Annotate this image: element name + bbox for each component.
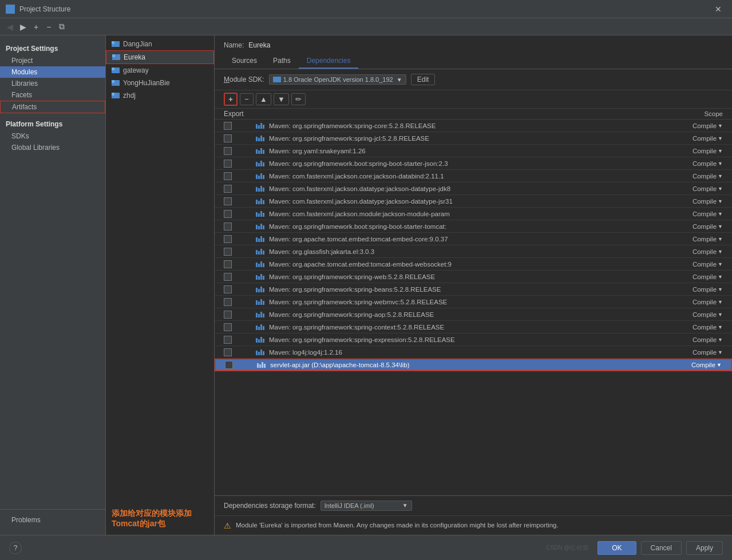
dep-checkbox[interactable] (224, 336, 232, 344)
module-item-gateway[interactable]: gateway (106, 64, 214, 77)
dep-checkbox[interactable] (224, 147, 232, 155)
dep-checkbox[interactable] (224, 285, 232, 293)
dep-row[interactable]: Maven: org.springframework:spring-core:5… (215, 120, 732, 132)
dep-add-button[interactable]: + (224, 93, 238, 106)
scope-dropdown-arrow[interactable]: ▼ (718, 211, 723, 217)
scope-dropdown-arrow[interactable]: ▼ (718, 299, 723, 305)
dep-row[interactable]: Maven: org.springframework:spring-aop:5.… (215, 308, 732, 321)
scope-dropdown-arrow[interactable]: ▼ (717, 362, 722, 368)
scope-dropdown-arrow[interactable]: ▼ (718, 236, 723, 242)
dep-checkbox[interactable] (224, 323, 232, 331)
module-item-dangjian[interactable]: DangJian (106, 38, 214, 50)
module-item-zhdj[interactable]: zhdj (106, 89, 214, 102)
dep-checkbox[interactable] (224, 311, 232, 319)
copy-item-button[interactable]: ⧉ (56, 21, 68, 33)
sidebar-item-global-libraries[interactable]: Global Libraries (0, 142, 105, 153)
dep-row[interactable]: Maven: org.glassfish:jakarta.el:3.0.3Com… (215, 245, 732, 258)
dep-row[interactable]: Maven: org.springframework:spring-web:5.… (215, 271, 732, 283)
sidebar-item-problems[interactable]: Problems (6, 514, 100, 526)
tab-paths[interactable]: Paths (265, 54, 299, 69)
dep-checkbox[interactable] (224, 260, 232, 268)
dep-row[interactable]: Maven: org.yaml:snakeyaml:1.26Compile▼ (215, 145, 732, 157)
dep-checkbox[interactable] (224, 134, 232, 142)
dep-down-button[interactable]: ▼ (274, 93, 289, 105)
dep-checkbox[interactable] (224, 160, 232, 168)
dep-row[interactable]: Maven: org.apache.tomcat.embed:tomcat-em… (215, 258, 732, 271)
dep-row[interactable]: Maven: org.springframework.boot:spring-b… (215, 220, 732, 233)
dep-lib-icon (256, 148, 264, 154)
scope-dropdown-arrow[interactable]: ▼ (718, 224, 723, 229)
cancel-button[interactable]: Cancel (641, 541, 682, 555)
dep-checkbox[interactable] (224, 235, 232, 243)
ok-button[interactable]: OK (598, 541, 636, 555)
dep-row[interactable]: Maven: org.springframework.boot:spring-b… (215, 157, 732, 170)
scope-dropdown-arrow[interactable]: ▼ (718, 136, 723, 141)
scope-dropdown-arrow[interactable]: ▼ (718, 198, 723, 204)
dep-checkbox[interactable] (224, 185, 232, 193)
remove-item-button[interactable]: − (43, 21, 54, 33)
sidebar-item-modules[interactable]: Modules (0, 66, 105, 78)
dep-checkbox[interactable] (224, 210, 232, 218)
forward-button[interactable]: ▶ (18, 22, 29, 31)
storage-dropdown-arrow: ▼ (402, 502, 408, 509)
dep-up-button[interactable]: ▲ (256, 93, 271, 105)
sdk-select[interactable]: 1.8 Oracle OpenJDK version 1.8.0_192 ▼ (269, 74, 406, 85)
dep-row[interactable]: Maven: org.springframework:spring-jcl:5.… (215, 132, 732, 145)
scope-dropdown-arrow[interactable]: ▼ (718, 287, 723, 292)
dep-checkbox[interactable] (225, 361, 233, 369)
dep-row[interactable]: Maven: log4j:log4j:1.2.16Compile▼ (215, 346, 732, 359)
dep-row[interactable]: Maven: org.springframework:spring-contex… (215, 321, 732, 333)
tab-dependencies-label: Dependencies (307, 57, 351, 65)
dep-row[interactable]: Maven: org.apache.tomcat.embed:tomcat-em… (215, 233, 732, 245)
dep-row[interactable]: Maven: org.springframework:spring-beans:… (215, 283, 732, 296)
dep-row[interactable]: Maven: com.fasterxml.jackson.datatype:ja… (215, 195, 732, 208)
dep-checkbox[interactable] (224, 248, 232, 256)
dep-checkbox[interactable] (224, 122, 232, 130)
dep-checkbox[interactable] (224, 273, 232, 281)
scope-dropdown-arrow[interactable]: ▼ (718, 274, 723, 280)
storage-select[interactable]: IntelliJ IDEA (.iml) ▼ (321, 501, 412, 511)
tab-sources[interactable]: Sources (224, 54, 265, 69)
sidebar-item-sdks[interactable]: SDKs (0, 130, 105, 142)
module-item-yonghujianbie[interactable]: YongHuJianBie (106, 77, 214, 89)
scope-dropdown-arrow[interactable]: ▼ (718, 349, 723, 355)
scope-dropdown-arrow[interactable]: ▼ (718, 161, 723, 166)
apply-button[interactable]: Apply (686, 541, 723, 555)
sidebar-item-project[interactable]: Project (0, 55, 105, 66)
sidebar-item-facets[interactable]: Facets (0, 89, 105, 101)
back-button[interactable]: ◀ (5, 22, 15, 31)
module-item-eureka[interactable]: Eureka (106, 50, 214, 64)
dep-row[interactable]: Maven: com.fasterxml.jackson.datatype:ja… (215, 182, 732, 195)
storage-label: Dependencies storage format: (224, 502, 316, 510)
scope-dropdown-arrow[interactable]: ▼ (718, 261, 723, 267)
scope-dropdown-arrow[interactable]: ▼ (718, 324, 723, 330)
scope-dropdown-arrow[interactable]: ▼ (718, 186, 723, 192)
close-button[interactable]: ✕ (710, 3, 726, 15)
dep-edit-button[interactable]: ✏ (291, 93, 306, 105)
dep-checkbox[interactable] (224, 348, 232, 356)
dep-row[interactable]: Maven: org.springframework:spring-expres… (215, 333, 732, 346)
dep-checkbox[interactable] (224, 172, 232, 180)
scope-dropdown-arrow[interactable]: ▼ (718, 148, 723, 154)
dep-checkbox[interactable] (224, 197, 232, 205)
sdk-edit-button[interactable]: Edit (411, 74, 436, 85)
dep-row[interactable]: Maven: org.springframework:spring-webmvc… (215, 296, 732, 308)
scope-dropdown-arrow[interactable]: ▼ (718, 312, 723, 317)
scope-dropdown-arrow[interactable]: ▼ (718, 337, 723, 343)
dep-checkbox[interactable] (224, 223, 232, 231)
dep-export-cell (224, 260, 256, 268)
scope-dropdown-arrow[interactable]: ▼ (718, 123, 723, 129)
help-button[interactable]: ? (9, 542, 22, 554)
tab-dependencies[interactable]: Dependencies (299, 54, 359, 69)
dep-row[interactable]: Maven: com.fasterxml.jackson.core:jackso… (215, 170, 732, 182)
scope-dropdown-arrow[interactable]: ▼ (718, 173, 723, 179)
dep-row[interactable]: servlet-api.jar (D:\app\apache-tomcat-8.… (215, 359, 732, 371)
dep-scope-cell: Compile▼ (671, 198, 723, 205)
dep-checkbox[interactable] (224, 298, 232, 306)
add-item-button[interactable]: + (31, 21, 41, 33)
sidebar-item-artifacts[interactable]: Artifacts (0, 101, 105, 113)
dep-row[interactable]: Maven: com.fasterxml.jackson.module:jack… (215, 208, 732, 220)
scope-dropdown-arrow[interactable]: ▼ (718, 249, 723, 255)
dep-remove-button[interactable]: − (240, 93, 254, 105)
sidebar-item-libraries[interactable]: Libraries (0, 78, 105, 89)
